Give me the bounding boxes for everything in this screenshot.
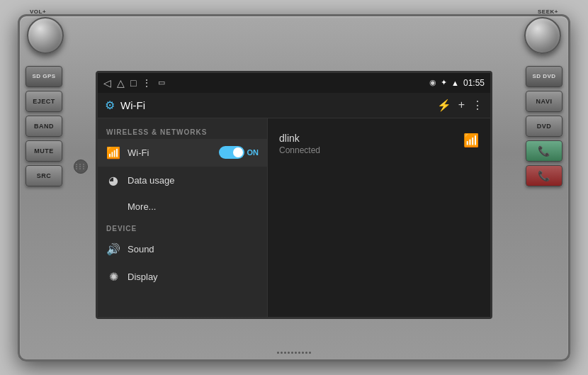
speaker-grille — [74, 159, 88, 174]
vol-knob[interactable]: VOL+ — [27, 17, 64, 54]
home-nav-icon[interactable]: △ — [117, 77, 125, 89]
network-item-dlink[interactable]: dlink Connected 📶 — [279, 127, 479, 161]
left-panel: WIRELESS & NETWORKS 📶 Wi-Fi ON ◕ Data u — [98, 118, 268, 319]
device-section-header: DEVICE — [98, 219, 267, 235]
screen: ◁ △ □ ⋮ ▭ ◉ ✦ ▲ 01:55 ⚙ Wi-Fi ⚡ + ⋮ — [96, 71, 492, 319]
end-call-button[interactable]: 📞 — [526, 165, 562, 186]
wifi-toggle-label: ON — [247, 148, 259, 157]
main-content: WIRELESS & NETWORKS 📶 Wi-Fi ON ◕ Data u — [98, 118, 490, 319]
car-unit: VOL+ SEEK+ SD GPS EJECT BAND MUTE SRC SD… — [18, 14, 570, 362]
band-button[interactable]: BAND — [26, 116, 62, 137]
top-strip: VOL+ SEEK+ — [20, 16, 568, 55]
action-bar-right: ⚡ + ⋮ — [437, 99, 483, 112]
side-buttons-left: SD GPS EJECT BAND MUTE SRC — [26, 66, 62, 186]
display-menu-item[interactable]: ✺ Display — [98, 263, 267, 291]
time-display: 01:55 — [463, 78, 485, 88]
back-nav-icon[interactable]: ◁ — [103, 77, 111, 89]
display-icon: ✺ — [106, 270, 120, 284]
display-label: Display — [128, 272, 158, 282]
bluetooth-status-icon: ✦ — [441, 78, 447, 87]
action-title: Wi-Fi — [120, 99, 145, 111]
sd-dvd-button[interactable]: SD DVD — [526, 66, 562, 87]
network-info: dlink Connected — [279, 133, 320, 155]
sd-gps-button[interactable]: SD GPS — [26, 66, 62, 87]
sound-menu-item[interactable]: 🔊 Sound — [98, 235, 267, 263]
add-action-icon[interactable]: + — [458, 99, 465, 111]
side-buttons-right: SD DVD NAVI DVD 📞 📞 — [526, 66, 562, 186]
more-menu-item[interactable]: More... — [98, 194, 267, 219]
more-action-icon[interactable]: ⋮ — [472, 99, 483, 112]
wifi-row-left: 📶 Wi-Fi — [106, 146, 149, 159]
location-status-icon: ◉ — [429, 78, 436, 87]
seek-knob[interactable]: SEEK+ — [524, 17, 561, 54]
wifi-toggle[interactable] — [219, 146, 244, 159]
wifi-label: Wi-Fi — [128, 147, 149, 158]
seek-label: SEEK+ — [538, 9, 558, 15]
wireless-section-header: WIRELESS & NETWORKS — [98, 123, 267, 139]
action-bar-left: ⚙ Wi-Fi — [105, 99, 145, 112]
status-bar: ◁ △ □ ⋮ ▭ ◉ ✦ ▲ 01:55 — [98, 73, 490, 93]
navi-button[interactable]: NAVI — [526, 91, 562, 112]
wifi-menu-item[interactable]: 📶 Wi-Fi ON — [98, 139, 267, 167]
vol-label: VOL+ — [30, 9, 46, 15]
mute-button[interactable]: MUTE — [26, 140, 62, 162]
wifi-toggle-container: ON — [219, 146, 259, 159]
action-bar: ⚙ Wi-Fi ⚡ + ⋮ — [98, 93, 490, 118]
wifi-blue-icon: 📶 — [106, 146, 120, 159]
bottom-grille — [277, 352, 311, 354]
wifi-status-icon: ▲ — [451, 79, 459, 87]
sound-icon: 🔊 — [106, 242, 120, 256]
status-bar-left: ◁ △ □ ⋮ ▭ — [103, 77, 165, 89]
bolt-action-icon[interactable]: ⚡ — [437, 99, 451, 112]
right-panel: dlink Connected 📶 — [268, 118, 490, 319]
wifi-settings-icon: ⚙ — [105, 99, 115, 112]
more-label: More... — [128, 201, 156, 212]
data-usage-icon: ◕ — [106, 174, 120, 187]
network-status: Connected — [279, 145, 320, 155]
status-more-icon[interactable]: ⋮ — [142, 77, 152, 89]
data-usage-label: Data usage — [128, 175, 175, 186]
data-usage-menu-item[interactable]: ◕ Data usage — [98, 167, 267, 194]
call-button[interactable]: 📞 — [526, 140, 562, 162]
wifi-strength-icon: 📶 — [463, 133, 479, 148]
network-name: dlink — [279, 133, 320, 144]
dvd-button[interactable]: DVD — [526, 116, 562, 137]
sound-label: Sound — [128, 244, 154, 254]
recent-nav-icon[interactable]: □ — [130, 77, 136, 89]
cast-icon[interactable]: ▭ — [158, 78, 165, 87]
eject-button[interactable]: EJECT — [26, 91, 62, 112]
src-button[interactable]: SRC — [26, 165, 62, 186]
status-bar-right: ◉ ✦ ▲ 01:55 — [429, 78, 485, 88]
